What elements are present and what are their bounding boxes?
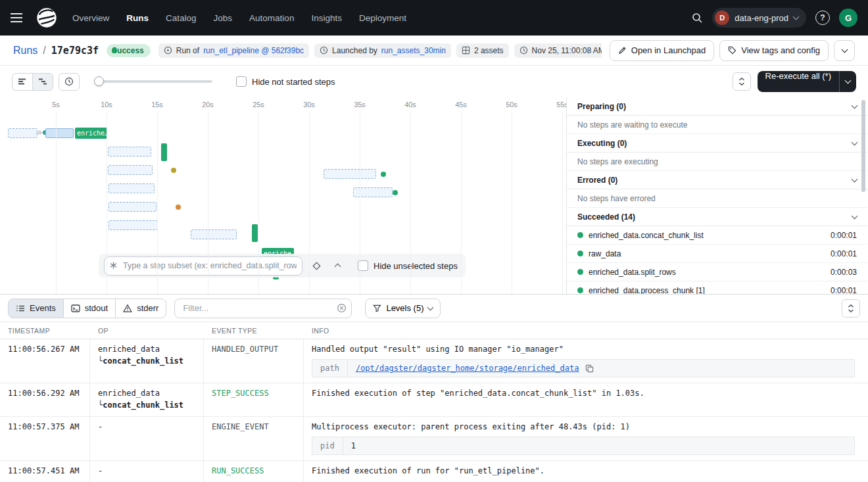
nav-item-deployment[interactable]: Deployment bbox=[359, 13, 406, 23]
gridline bbox=[461, 112, 462, 294]
gridline bbox=[512, 112, 512, 294]
tag-icon bbox=[728, 46, 736, 55]
reexecute-all-button[interactable]: Re-execute all (*) bbox=[758, 71, 839, 92]
step-bar[interactable] bbox=[108, 147, 151, 157]
gridline bbox=[56, 112, 57, 294]
hide-not-started-checkbox[interactable]: Hide not started steps bbox=[236, 76, 335, 87]
collapse-panel-icon[interactable] bbox=[330, 258, 345, 273]
primary-nav: OverviewRunsCatalogJobsAutomationInsight… bbox=[72, 13, 406, 23]
gantt-chart: enriche…enriche… Hide unselected steps 5… bbox=[0, 97, 567, 294]
breadcrumb: Runs / 17e79c3f bbox=[13, 45, 99, 57]
step-bar[interactable] bbox=[8, 128, 37, 138]
scrollbar[interactable] bbox=[861, 100, 865, 192]
step-bar[interactable] bbox=[108, 183, 155, 193]
step-row[interactable]: enriched_data.split_rows0:00:03 bbox=[567, 263, 867, 281]
step-section-header[interactable]: Executing (0) bbox=[567, 134, 867, 153]
axis-tick-label: 10s bbox=[97, 101, 116, 108]
step-bar[interactable] bbox=[45, 128, 74, 138]
menu-icon[interactable] bbox=[11, 9, 28, 26]
step-row[interactable]: raw_data0:00:01 bbox=[567, 245, 867, 263]
run-tag[interactable]: Run of run_etl_pipeline @ 562f39bc bbox=[158, 43, 309, 58]
step-bar[interactable] bbox=[108, 165, 153, 175]
step-marker[interactable] bbox=[176, 205, 181, 210]
tag-link[interactable]: run_etl_pipeline @ 562f39bc bbox=[203, 46, 304, 55]
log-row[interactable]: 11:00:56.292 AMenriched_data└concat_chun… bbox=[0, 383, 868, 417]
levels-filter-button[interactable]: Levels (5) bbox=[365, 299, 441, 318]
copy-icon[interactable] bbox=[585, 364, 594, 373]
step-bar[interactable] bbox=[191, 229, 237, 239]
step-subset-input[interactable] bbox=[104, 256, 302, 276]
nav-item-insights[interactable]: Insights bbox=[311, 13, 342, 23]
more-actions-button[interactable] bbox=[834, 40, 855, 61]
graph-query-icon[interactable] bbox=[309, 258, 324, 273]
log-row[interactable]: 11:00:57.451 AM-RUN_SUCCESSFinished exec… bbox=[0, 461, 868, 482]
step-row[interactable]: enriched_data.process_chunk [1]0:00:01 bbox=[567, 281, 867, 294]
gantt-waterfall-view-icon[interactable] bbox=[32, 73, 53, 91]
step-section-header[interactable]: Succeeded (14) bbox=[567, 208, 867, 226]
expand-collapse-icon[interactable] bbox=[733, 72, 751, 91]
expand-collapse-icon[interactable] bbox=[842, 299, 860, 318]
step-bar[interactable] bbox=[252, 224, 258, 242]
workspace-switcher[interactable]: D data-eng-prod bbox=[712, 8, 806, 28]
log-filter-input[interactable] bbox=[174, 299, 352, 318]
user-avatar[interactable]: G bbox=[839, 9, 857, 27]
nav-item-runs[interactable]: Runs bbox=[126, 13, 149, 23]
run-tag[interactable]: Nov 25, 11:00:08 AM bbox=[514, 43, 602, 58]
gantt-flat-view-icon[interactable] bbox=[12, 73, 33, 91]
funnel-icon bbox=[373, 304, 381, 312]
nav-item-jobs[interactable]: Jobs bbox=[214, 13, 233, 23]
step-bar[interactable] bbox=[161, 143, 167, 161]
gantt-timing-icon[interactable] bbox=[59, 73, 80, 91]
checkbox-icon[interactable] bbox=[236, 76, 247, 87]
run-tag[interactable]: Launched by run_assets_30min bbox=[314, 43, 451, 58]
search-icon[interactable] bbox=[691, 12, 703, 24]
path-link[interactable]: /opt/dagster/dagster_home/storage/enrich… bbox=[356, 362, 579, 374]
step-marker[interactable] bbox=[38, 131, 41, 134]
step-bar[interactable] bbox=[108, 202, 157, 212]
tab-stdout[interactable]: stdout bbox=[63, 299, 116, 318]
step-bar[interactable] bbox=[353, 187, 393, 197]
gridline bbox=[107, 112, 107, 294]
step-marker[interactable] bbox=[171, 168, 176, 173]
log-row[interactable]: 11:00:57.375 AM-ENGINE_EVENTMultiprocess… bbox=[0, 417, 868, 461]
step-section-header[interactable]: Preparing (0) bbox=[567, 97, 867, 116]
nav-item-overview[interactable]: Overview bbox=[72, 13, 109, 23]
run-tag[interactable]: 2 assets bbox=[456, 43, 509, 58]
step-row[interactable]: enriched_data.concat_chunk_list0:00:01 bbox=[567, 226, 867, 245]
step-marker[interactable] bbox=[393, 190, 398, 195]
nav-item-automation[interactable]: Automation bbox=[249, 13, 294, 23]
open-in-launchpad-button[interactable]: Open in Launchpad bbox=[610, 40, 714, 61]
hide-unselected-checkbox[interactable]: Hide unselected steps bbox=[358, 260, 458, 271]
run-tags: Run of run_etl_pipeline @ 562f39bcLaunch… bbox=[158, 43, 602, 58]
zoom-slider-knob[interactable] bbox=[94, 76, 104, 86]
tag-link[interactable]: run_assets_30min bbox=[381, 46, 446, 55]
help-icon[interactable]: ? bbox=[815, 11, 830, 25]
empty-state-text: No steps have errored bbox=[567, 189, 867, 208]
gridline bbox=[258, 112, 259, 294]
axis-tick-label: 40s bbox=[401, 101, 420, 108]
dagster-logo-icon[interactable] bbox=[36, 6, 59, 30]
step-bar[interactable] bbox=[324, 169, 376, 179]
nav-item-catalog[interactable]: Catalog bbox=[166, 13, 197, 23]
gridline bbox=[360, 112, 360, 294]
tab-stderr[interactable]: stderr bbox=[115, 299, 166, 318]
view-tags-config-button[interactable]: View tags and config bbox=[719, 40, 829, 61]
log-tabs: Eventsstdoutstderr bbox=[8, 299, 166, 318]
clear-filter-icon[interactable] bbox=[337, 303, 347, 313]
tab-events[interactable]: Events bbox=[8, 299, 64, 318]
column-header: Op bbox=[90, 327, 204, 335]
step-section-header[interactable]: Errored (0) bbox=[567, 171, 867, 189]
op-selection-icon bbox=[109, 261, 118, 270]
axis-tick-label: 35s bbox=[350, 101, 369, 108]
clock-icon bbox=[519, 46, 528, 55]
empty-state-text: No steps are executing bbox=[567, 153, 867, 171]
log-row[interactable]: 11:00:56.267 AMenriched_data└concat_chun… bbox=[0, 339, 868, 383]
step-bar[interactable]: enriche… bbox=[75, 128, 107, 139]
step-marker[interactable] bbox=[381, 172, 386, 177]
reexecute-dropdown-button[interactable] bbox=[839, 71, 856, 92]
runs-link[interactable]: Runs bbox=[13, 45, 37, 57]
step-bar[interactable] bbox=[108, 220, 158, 230]
zoom-slider[interactable] bbox=[95, 80, 212, 83]
axis-tick-label: 30s bbox=[300, 101, 318, 108]
top-nav: OverviewRunsCatalogJobsAutomationInsight… bbox=[0, 0, 868, 36]
